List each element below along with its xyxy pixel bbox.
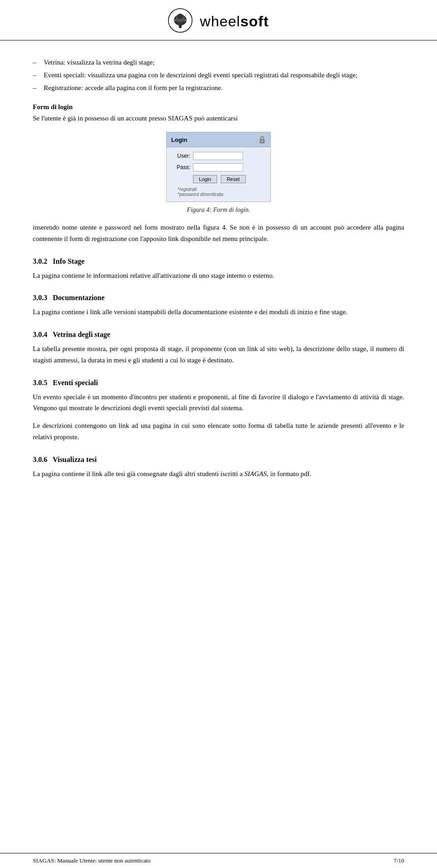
section-num-3-0-5: 3.0.5 bbox=[33, 379, 47, 386]
section-body-3-0-4: La tabella presente mostra, per ogni pro… bbox=[33, 343, 404, 366]
section-header-3-0-2: 3.0.2 Info Stage bbox=[33, 257, 404, 266]
section-num-3-0-6: 3.0.6 bbox=[33, 456, 47, 463]
reset-button[interactable]: Reset bbox=[221, 175, 246, 183]
section-body2-3-0-5: Le descrizioni contengono un link ad una… bbox=[33, 420, 404, 443]
pass-input[interactable] bbox=[193, 163, 243, 171]
page-footer: SIAGAS: Manuale Utente: utente non auten… bbox=[0, 853, 437, 868]
section-body-3-0-3: La pagina contiene i link alle versioni … bbox=[33, 306, 404, 318]
section-title-3-0-2: Info Stage bbox=[53, 257, 85, 265]
logo bbox=[168, 8, 193, 35]
lock-icon bbox=[259, 135, 266, 145]
register-link[interactable]: *registrati bbox=[178, 187, 264, 192]
login-button[interactable]: Login bbox=[193, 175, 217, 183]
user-field-row: User: bbox=[173, 152, 264, 160]
section-num-3-0-2: 3.0.2 bbox=[33, 257, 47, 265]
login-box-header-label: Login bbox=[171, 136, 187, 143]
login-box-container: Login User: Pass: bbox=[33, 132, 404, 202]
login-box-body: User: Pass: Login Reset *registrati *pas… bbox=[167, 147, 270, 201]
form-login-section: Form di login Se l'utente è già in posse… bbox=[33, 103, 404, 245]
section-title-3-0-6: Visualizza tesi bbox=[53, 456, 97, 463]
footer-right: 7/10 bbox=[394, 857, 404, 864]
section-title-3-0-3: Documentazione bbox=[53, 294, 105, 301]
section-header-3-0-3: 3.0.3 Documentazione bbox=[33, 294, 404, 302]
forgot-password-link[interactable]: *password dimenticata bbox=[178, 192, 264, 197]
login-box: Login User: Pass: bbox=[166, 132, 271, 202]
section-header-3-0-5: 3.0.5 Eventi speciali bbox=[33, 379, 404, 387]
section-body-3-0-6: La pagina contiene il link alle tesi già… bbox=[33, 468, 404, 480]
form-login-para1: inserendo nome utente e password nel for… bbox=[33, 222, 404, 245]
pass-field-row: Pass: bbox=[173, 163, 264, 171]
intro-bullet-list: Vetrina: visualizza la vetrina degli sta… bbox=[33, 57, 404, 93]
section-3-0-3: 3.0.3 Documentazione La pagina contiene … bbox=[33, 294, 404, 318]
main-content: Vetrina: visualizza la vetrina degli sta… bbox=[0, 40, 437, 522]
section-3-0-5: 3.0.5 Eventi speciali Un evento speciale… bbox=[33, 379, 404, 443]
section-3-0-4: 3.0.4 Vetrina degli stage La tabella pre… bbox=[33, 331, 404, 366]
section-num-3-0-3: 3.0.3 bbox=[33, 294, 47, 301]
section-header-3-0-6: 3.0.6 Visualizza tesi bbox=[33, 456, 404, 464]
section-body1-3-0-5: Un evento speciale è un momento d'incont… bbox=[33, 391, 404, 414]
login-buttons: Login Reset bbox=[193, 175, 264, 183]
figure-caption: Figura 4: Form di login. bbox=[33, 206, 404, 214]
section-body-3-0-2: La pagina contiene le informazioni relat… bbox=[33, 270, 404, 281]
site-title: wheelsoft bbox=[200, 13, 269, 30]
bullet-item-1: Vetrina: visualizza la vetrina degli sta… bbox=[33, 57, 404, 68]
section-3-0-2: 3.0.2 Info Stage La pagina contiene le i… bbox=[33, 257, 404, 281]
pass-label: Pass: bbox=[173, 164, 190, 171]
login-links: *registrati *password dimenticata bbox=[178, 187, 264, 197]
section-title-3-0-4: Vetrina degli stage bbox=[53, 331, 111, 338]
section-title-3-0-5: Eventi speciali bbox=[53, 379, 98, 386]
svg-point-9 bbox=[262, 140, 263, 142]
section-3-0-6: 3.0.6 Visualizza tesi La pagina contiene… bbox=[33, 456, 404, 480]
section-num-3-0-4: 3.0.4 bbox=[33, 331, 47, 338]
footer-left: SIAGAS: Manuale Utente: utente non auten… bbox=[33, 857, 151, 864]
section-header-3-0-4: 3.0.4 Vetrina degli stage bbox=[33, 331, 404, 339]
form-login-title: Form di login bbox=[33, 103, 404, 111]
login-box-header: Login bbox=[167, 132, 270, 147]
user-input[interactable] bbox=[193, 152, 243, 160]
form-login-subtitle: Se l'utente è già in possesso di un acco… bbox=[33, 113, 404, 124]
bullet-item-3: Registrazione: accede alla pagina con il… bbox=[33, 82, 404, 93]
page-header: wheelsoft bbox=[0, 0, 437, 40]
user-label: User: bbox=[173, 153, 190, 159]
bullet-item-2: Eventi speciali: visualizza una pagina c… bbox=[33, 70, 404, 80]
svg-point-4 bbox=[177, 14, 183, 19]
